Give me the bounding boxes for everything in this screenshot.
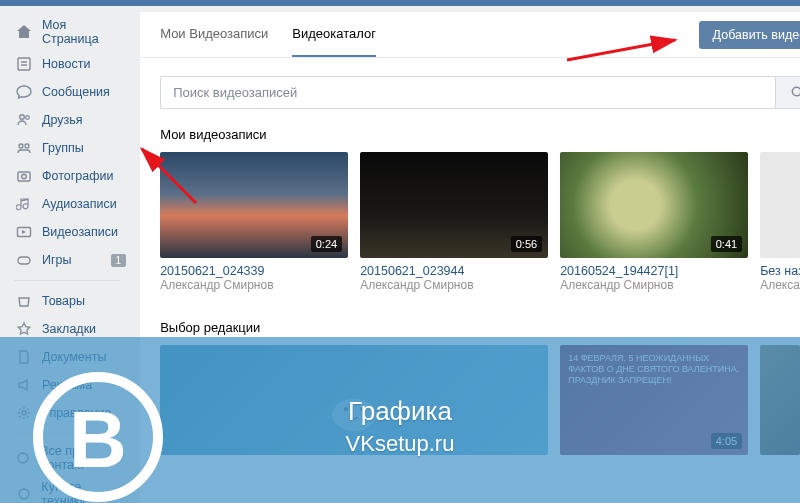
sidebar-item-label: Управление	[42, 406, 112, 420]
section-title-editor: Выбор редакции	[140, 310, 800, 345]
svg-point-11	[22, 411, 26, 415]
market-icon	[14, 291, 34, 311]
sidebar-item-label: Сообщения	[42, 85, 110, 99]
tab-catalog[interactable]: Видеокаталог	[292, 12, 376, 57]
docs-icon	[14, 347, 34, 367]
games-icon	[14, 250, 34, 270]
video-duration: 0:24	[311, 236, 342, 252]
sidebar-item-market[interactable]: Товары	[0, 287, 134, 315]
sidebar-item-news[interactable]: Новости	[0, 50, 134, 78]
sidebar-item-groups[interactable]: Группы	[0, 134, 134, 162]
gear-icon	[14, 403, 34, 423]
svg-rect-0	[18, 58, 30, 70]
divider	[14, 280, 120, 281]
sidebar-item-label: Документы	[42, 350, 106, 364]
sidebar-item-label: Закладки	[42, 322, 96, 336]
sidebar-item-messages[interactable]: Сообщения	[0, 78, 134, 106]
sidebar-item-bookmarks[interactable]: Закладки	[0, 315, 134, 343]
photos-icon	[14, 166, 34, 186]
badge-count: 1	[111, 254, 127, 267]
left-sidebar: Моя Страница Новости Сообщения Друзья Гр…	[0, 6, 134, 503]
sidebar-item-label: Реклама	[42, 378, 92, 392]
home-icon	[14, 22, 34, 42]
video-title: 20150621_023944	[360, 264, 548, 278]
sidebar-item-label: Фотографии	[42, 169, 113, 183]
editor-video-card[interactable]: 14 ФЕВРАЛЯ. 5 НЕОЖИДАННЫХ ФАКТОВ О ДНЕ С…	[560, 345, 748, 455]
sidebar-item-label: Моя Страница	[42, 18, 126, 46]
video-duration: 0:41	[711, 236, 742, 252]
search-icon	[790, 85, 800, 100]
sidebar-item-videos[interactable]: Видеозаписи	[0, 218, 134, 246]
svg-point-5	[19, 144, 23, 148]
svg-point-3	[20, 115, 25, 120]
sidebar-item-label: Игры	[42, 253, 71, 267]
svg-point-4	[26, 116, 30, 120]
svg-point-19	[360, 407, 364, 411]
divider	[14, 433, 120, 434]
video-title: Без назва	[760, 264, 800, 278]
svg-point-15	[793, 87, 801, 95]
tab-my-videos[interactable]: Мои Видеозаписи	[160, 12, 268, 57]
svg-point-12	[18, 453, 28, 463]
sidebar-item-label: Аудиозаписи	[42, 197, 117, 211]
video-author: Александр Смирнов	[360, 278, 548, 292]
sidebar-item-label: Видеозаписи	[42, 225, 118, 239]
search-input[interactable]	[160, 76, 776, 109]
search-button[interactable]	[776, 76, 800, 109]
video-card[interactable]: 0:24 20150621_024339 Александр Смирнов	[160, 152, 348, 292]
sidebar-item-label: Новости	[42, 57, 90, 71]
svg-point-13	[19, 489, 29, 499]
video-card[interactable]: 0:56 20150621_023944 Александр Смирнов	[360, 152, 548, 292]
circle-icon	[14, 484, 33, 503]
sidebar-item-ads[interactable]: Реклама	[0, 371, 134, 399]
video-thumbnail: 0:56	[360, 152, 548, 258]
sidebar-item-my-page[interactable]: Моя Страница	[0, 14, 134, 50]
video-title: 20150621_024339	[160, 264, 348, 278]
video-author: Александр Смирнов	[560, 278, 748, 292]
main-content: Мои Видеозаписи Видеокаталог Добавить ви…	[140, 12, 800, 503]
video-duration: 0:56	[511, 236, 542, 252]
friends-icon	[14, 110, 34, 130]
tabs-row: Мои Видеозаписи Видеокаталог Добавить ви…	[140, 12, 800, 58]
sidebar-item-label: Купите технику	[41, 480, 126, 503]
svg-rect-10	[18, 257, 30, 264]
sidebar-item-manage[interactable]: Управление	[0, 399, 134, 427]
video-card[interactable]: Без назва Александ	[760, 152, 800, 292]
sidebar-item-label: Группы	[42, 141, 84, 155]
search-row	[140, 58, 800, 123]
news-icon	[14, 54, 34, 74]
audio-icon	[14, 194, 34, 214]
sidebar-item-docs[interactable]: Документы	[0, 343, 134, 371]
star-icon	[14, 319, 34, 339]
sidebar-item-friends[interactable]: Друзья	[0, 106, 134, 134]
sidebar-item-games[interactable]: Игры 1	[0, 246, 134, 274]
videos-icon	[14, 222, 34, 242]
video-thumbnail: 0:41	[560, 152, 748, 258]
sidebar-item-audio[interactable]: Аудиозаписи	[0, 190, 134, 218]
add-video-button[interactable]: Добавить видео	[699, 21, 800, 49]
sidebar-item-promo1[interactable]: Все про Контакт	[0, 440, 134, 476]
video-card[interactable]: 0:41 20160524_194427[1] Александр Смирно…	[560, 152, 748, 292]
video-thumbnail: 0:24	[160, 152, 348, 258]
messages-icon	[14, 82, 34, 102]
svg-rect-7	[18, 172, 30, 181]
my-videos-row: 0:24 20150621_024339 Александр Смирнов 0…	[140, 152, 800, 310]
circle-icon	[14, 448, 32, 468]
video-author: Александр Смирнов	[160, 278, 348, 292]
editor-video-card[interactable]	[160, 345, 548, 455]
editor-video-caption: 14 ФЕВРАЛЯ. 5 НЕОЖИДАННЫХ ФАКТОВ О ДНЕ С…	[568, 353, 740, 385]
video-thumbnail	[760, 152, 800, 258]
editor-video-card[interactable]	[760, 345, 800, 455]
svg-point-18	[344, 407, 348, 411]
section-title-my-videos: Мои видеозаписи	[140, 123, 800, 152]
ads-icon	[14, 375, 34, 395]
sidebar-item-label: Все про Контакт	[40, 444, 126, 472]
groups-icon	[14, 138, 34, 158]
svg-point-17	[332, 399, 376, 431]
svg-point-6	[25, 144, 29, 148]
video-author: Александ	[760, 278, 800, 292]
sidebar-item-photos[interactable]: Фотографии	[0, 162, 134, 190]
svg-point-8	[22, 174, 27, 179]
sidebar-item-promo2[interactable]: Купите технику	[0, 476, 134, 503]
sidebar-item-label: Товары	[42, 294, 85, 308]
